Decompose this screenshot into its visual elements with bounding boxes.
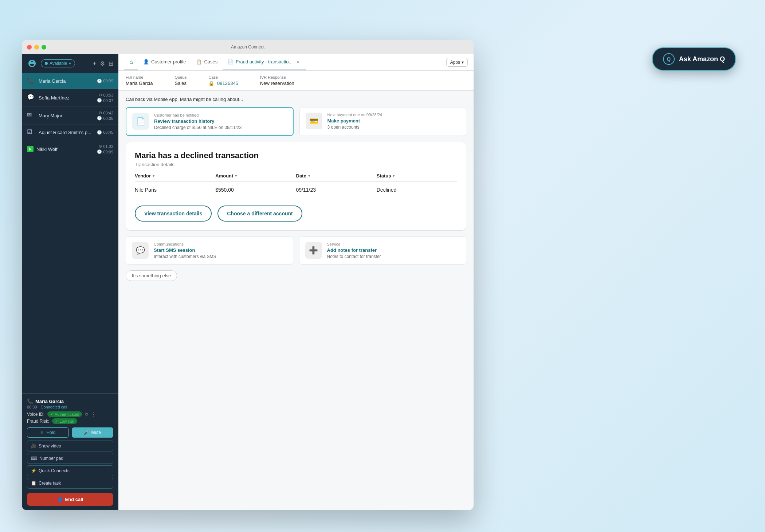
create-task-button[interactable]: 📋 Create task — [27, 478, 113, 489]
connect-icon: ⚡ — [31, 468, 36, 473]
contact-item-nikki-wolf[interactable]: N Nikki Wolf ⊙01:33 🕐00:09 — [22, 140, 118, 158]
action-buttons: ⏸ Hold 🎤 Mute — [27, 427, 113, 438]
end-call-icon: 👤 — [57, 497, 63, 502]
something-else-button[interactable]: It's something else — [126, 270, 177, 281]
contact-item-ricard-smith[interactable]: ☑ Adjust Ricard Smith's p... 🕐06:45 — [22, 125, 118, 140]
notes-link[interactable]: Add notes for transfer — [327, 247, 460, 253]
keypad-icon: ⌨ — [31, 456, 37, 461]
ivr-label: IVR Response — [260, 75, 294, 79]
choose-different-account-button[interactable]: Choose a different account — [217, 206, 302, 222]
info-case: Case 🔒 08126345 — [208, 75, 238, 86]
mute-button[interactable]: 🎤 Mute — [72, 427, 114, 438]
tab-customer-profile[interactable]: 👤 Customer profile — [138, 54, 191, 70]
case-number: 08126345 — [217, 81, 238, 86]
settings-icon[interactable]: ⚙ — [100, 60, 105, 67]
minimize-button[interactable] — [34, 45, 39, 50]
notes-desc: Notes to contact for transfer — [327, 254, 460, 259]
mac-window: Amazon Connect Available ▾ + ⚙ ⊞ — [22, 40, 474, 510]
active-call-name: 📞 Maria Garcia — [27, 398, 113, 404]
sms-category: Communications — [154, 242, 287, 246]
case-icon: 🔒 — [208, 81, 214, 86]
contact-item-sofia-martinez[interactable]: 💬 Sofía Martínez ⊙00:53 🕐00:07 — [22, 89, 118, 107]
amount-label: Amount — [215, 173, 233, 179]
full-name-value: Maria Garcia — [126, 81, 153, 86]
apps-button[interactable]: Apps ▾ — [446, 58, 468, 67]
sms-desc: Interact with customers via SMS — [154, 254, 287, 259]
end-call-button[interactable]: 👤 End call — [27, 493, 113, 506]
sms-card-content: Communications Start SMS session Interac… — [154, 242, 287, 259]
active-contact-name: Maria Garcia — [35, 399, 64, 404]
voice-id-badge: ✓ Authenticated — [47, 411, 82, 417]
clock-icon: 🕐 — [97, 98, 102, 103]
sms-session-card[interactable]: 💬 Communications Start SMS session Inter… — [126, 236, 293, 265]
contact-times: ⊙01:33 🕐00:09 — [97, 144, 113, 154]
video-icon: 🎥 — [31, 443, 36, 449]
chat-card-icon: 💬 — [136, 246, 145, 255]
fullscreen-button[interactable] — [42, 45, 46, 50]
add-notes-card[interactable]: ➕ Service Add notes for transfer Notes t… — [299, 236, 467, 265]
close-button[interactable] — [27, 45, 32, 50]
apps-label: Apps — [450, 60, 460, 65]
status-header[interactable]: Status ▾ — [377, 173, 457, 179]
refresh-icon[interactable]: ↻ — [85, 412, 89, 417]
card-link-text[interactable]: Make payment — [327, 118, 460, 124]
case-value[interactable]: 🔒 08126345 — [208, 81, 238, 86]
amount-header[interactable]: Amount ▾ — [215, 173, 296, 179]
fraud-risk-row: Fraud Risk: ✓ Low risk — [27, 418, 113, 424]
app-body: Available ▾ + ⚙ ⊞ 📞 Maria Garcia — [22, 54, 474, 510]
ask-amazon-q-button[interactable]: Q Ask Amazon Q — [652, 47, 736, 71]
layout-icon[interactable]: ⊞ — [109, 60, 113, 67]
show-video-button[interactable]: 🎥 Show video — [27, 441, 113, 451]
action-list: 🎥 Show video ⌨ Number pad ⚡ Quick Connec… — [27, 441, 113, 489]
voice-id-row: Voice ID: ✓ Authenticated ↻ ⋮ — [27, 411, 113, 417]
date-sort-icon: ▾ — [308, 174, 310, 178]
sidebar: Available ▾ + ⚙ ⊞ 📞 Maria Garcia — [22, 54, 118, 510]
tab-close-icon[interactable]: ✕ — [295, 59, 301, 65]
contact-times: ⊙00:42 🕐00:05 — [97, 110, 113, 121]
table-row: Nile Paris $550.00 09/11/23 Declined — [135, 182, 457, 198]
tab-cases[interactable]: 📋 Cases — [191, 54, 223, 70]
more-icon[interactable]: ⋮ — [91, 412, 96, 417]
amazon-connect-logo — [27, 58, 37, 69]
status-label: Available — [50, 61, 67, 66]
sms-link[interactable]: Start SMS session — [154, 247, 287, 253]
status-cell: Declined — [377, 187, 457, 193]
tab-home[interactable]: ⌂ — [124, 54, 138, 70]
transaction-card-icon: 📄 — [132, 113, 149, 130]
task-icon: ☑ — [27, 128, 35, 136]
review-transaction-card[interactable]: 📄 Customer has be notified Review transa… — [126, 107, 294, 136]
contact-time-1: ⊙00:42 — [99, 110, 113, 115]
date-header[interactable]: Date ▾ — [296, 173, 377, 179]
contact-times: 🕐06:45 — [97, 130, 113, 135]
status-sort-icon: ▾ — [393, 174, 395, 178]
voice-id-value: Authenticated — [55, 412, 79, 416]
make-payment-card[interactable]: 💳 Next payment due on 09/28/24 Make paym… — [299, 107, 467, 136]
contact-name: Nikki Wolf — [36, 146, 97, 152]
card-link-text[interactable]: Review transaction history — [154, 118, 287, 124]
contact-time-2: 🕐00:05 — [97, 116, 113, 121]
tab-fraud-activity[interactable]: 📄 Fraud activity - transactio... ✕ — [223, 54, 306, 70]
queue-value: Sales — [174, 81, 187, 86]
status-badge[interactable]: Available ▾ — [41, 59, 75, 67]
end-call-label: End call — [65, 497, 83, 502]
contact-item-mary-major[interactable]: ✉ Mary Major ⊙00:42 🕐00:05 — [22, 107, 118, 125]
mic-icon: 🎤 — [84, 430, 89, 435]
full-name-label: Full name — [126, 75, 153, 79]
phone-icon: 📞 — [27, 77, 35, 85]
ask-q-label: Ask Amazon Q — [679, 55, 725, 63]
callback-notice: Call back via Mobile App. Maria might be… — [126, 97, 466, 102]
main-content: ⌂ 👤 Customer profile 📋 Cases 📄 Fraud act… — [118, 54, 474, 510]
window-title: Amazon Connect — [231, 44, 264, 50]
hold-button[interactable]: ⏸ Hold — [27, 427, 69, 438]
view-transaction-details-button[interactable]: View transaction details — [135, 206, 212, 222]
vendor-header[interactable]: Vendor ▾ — [135, 173, 215, 179]
date-cell: 09/11/23 — [296, 187, 377, 193]
quick-connects-button[interactable]: ⚡ Quick Connects — [27, 465, 113, 476]
hold-label: Hold — [46, 430, 55, 435]
number-pad-button[interactable]: ⌨ Number pad — [27, 453, 113, 464]
add-contact-icon[interactable]: + — [93, 60, 96, 67]
contact-time-1: 🕐00:39 — [97, 79, 113, 83]
contact-item-maria-garcia[interactable]: 📞 Maria Garcia 🕐00:39 — [22, 73, 118, 89]
tab-bar: ⌂ 👤 Customer profile 📋 Cases 📄 Fraud act… — [118, 54, 474, 71]
contact-time-2: 🕐00:09 — [97, 149, 113, 154]
